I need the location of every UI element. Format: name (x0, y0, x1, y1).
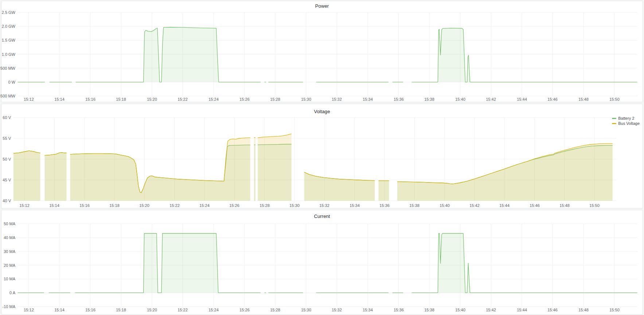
x-tick-label: 15:44 (517, 308, 527, 312)
y-tick-label: 20 MA (4, 263, 15, 268)
x-tick-label: 15:22 (177, 308, 188, 312)
x-tick-label: 15:26 (239, 308, 250, 312)
x-tick-label: 15:48 (578, 308, 589, 312)
x-tick-label: 15:32 (332, 308, 342, 312)
x-tick-label: 15:12 (19, 203, 30, 208)
x-tick-label: 15:18 (116, 308, 126, 312)
series-fill-bus-voltage (45, 153, 67, 201)
x-tick-label: 15:16 (85, 308, 95, 312)
x-tick-label: 15:34 (350, 203, 360, 208)
voltage-panel: Voltage 60 V55 V50 V45 V40 V15:1215:1415… (1, 104, 643, 208)
x-tick-label: 15:32 (319, 203, 329, 208)
x-tick-label: 15:36 (379, 203, 390, 208)
x-tick-label: 15:28 (270, 97, 280, 101)
x-tick-label: 15:26 (229, 203, 239, 208)
y-tick-label: 30 MA (4, 249, 15, 254)
x-tick-label: 15:16 (85, 97, 95, 101)
x-tick-label: 15:30 (289, 203, 300, 208)
y-tick-label: 50 V (3, 157, 11, 161)
x-tick-label: 15:24 (208, 308, 219, 312)
x-tick-label: 15:20 (147, 97, 157, 101)
x-tick-label: 15:24 (199, 203, 210, 208)
y-tick-label: 500 MW (0, 66, 15, 70)
y-tick-label: 2.0 GW (2, 24, 15, 28)
x-tick-label: 15:48 (559, 203, 570, 208)
x-tick-label: 15:18 (109, 203, 120, 208)
x-tick-label: 15:16 (79, 203, 90, 208)
x-tick-label: 15:42 (486, 308, 496, 312)
series-fill-bus-voltage (258, 134, 292, 201)
legend-label: Battery 2 (618, 116, 634, 120)
x-tick-label: 15:46 (547, 308, 558, 312)
x-tick-label: 15:20 (139, 203, 149, 208)
x-tick-label: 15:12 (24, 97, 34, 101)
y-tick-label: 1.0 GW (2, 52, 15, 57)
y-tick-label: 10 MA (4, 277, 15, 281)
x-tick-label: 15:22 (177, 97, 188, 101)
series-fill-current (412, 234, 637, 293)
x-tick-label: 15:12 (24, 308, 34, 312)
legend-item-battery-2[interactable]: Battery 2 (612, 116, 640, 120)
x-tick-label: 15:24 (208, 97, 219, 101)
x-tick-label: 15:40 (440, 203, 450, 208)
x-tick-label: 15:50 (609, 97, 620, 101)
power-chart-canvas[interactable] (1, 1, 643, 102)
y-tick-label: 1.5 GW (2, 38, 15, 42)
voltage-legend: Battery 2 Bus Voltage (612, 116, 640, 126)
series-fill-current (75, 234, 261, 293)
current-panel: Current 50 MA40 MA30 MA20 MA10 MA0 A-10 … (1, 210, 643, 315)
series-fill-bus-voltage (70, 138, 250, 201)
y-tick-label: 45 V (3, 178, 11, 182)
y-tick-label: 60 V (3, 115, 11, 120)
x-tick-label: 15:46 (530, 203, 540, 208)
x-tick-label: 15:46 (547, 97, 558, 101)
x-tick-label: 15:42 (469, 203, 480, 208)
x-tick-label: 15:20 (147, 308, 157, 312)
y-tick-label: -500 MW (0, 94, 15, 98)
x-tick-label: 15:34 (363, 308, 373, 312)
series-fill-bus-voltage (397, 143, 613, 201)
dashboard: Power 2.5 GW2.0 GW1.5 GW1.0 GW500 MW0 W-… (0, 0, 644, 315)
x-tick-label: 15:44 (517, 97, 527, 101)
series-fill-bus-voltage (379, 181, 389, 201)
x-tick-label: 15:34 (363, 97, 373, 101)
x-tick-label: 15:18 (116, 97, 126, 101)
y-tick-label: -10 MA (3, 304, 15, 309)
series-fill-bus-voltage (254, 138, 255, 201)
battery-2-swatch-icon (612, 118, 616, 119)
x-tick-label: 15:32 (332, 97, 342, 101)
x-tick-label: 15:38 (424, 308, 434, 312)
x-tick-label: 15:14 (49, 203, 59, 208)
legend-label: Bus Voltage (618, 121, 640, 126)
x-tick-label: 15:48 (578, 97, 589, 101)
y-tick-label: 40 V (3, 199, 11, 203)
x-tick-label: 15:36 (394, 308, 404, 312)
x-tick-label: 15:40 (455, 97, 465, 101)
x-tick-label: 15:30 (301, 308, 311, 312)
y-tick-label: 40 MA (4, 235, 15, 240)
legend-item-bus-voltage[interactable]: Bus Voltage (612, 121, 640, 126)
bus-voltage-swatch-icon (612, 123, 616, 124)
y-tick-label: 50 MA (4, 222, 15, 226)
current-chart-canvas[interactable] (1, 210, 643, 314)
x-tick-label: 15:44 (499, 203, 510, 208)
x-tick-label: 15:14 (54, 97, 65, 101)
x-tick-label: 15:28 (259, 203, 270, 208)
power-panel: Power 2.5 GW2.0 GW1.5 GW1.0 GW500 MW0 W-… (1, 1, 643, 102)
voltage-chart-canvas[interactable] (1, 104, 643, 208)
x-tick-label: 15:50 (609, 308, 620, 312)
x-tick-label: 15:38 (409, 203, 419, 208)
y-tick-label: 0 A (9, 291, 15, 295)
x-tick-label: 15:30 (301, 97, 311, 101)
y-tick-label: 0 W (8, 80, 15, 84)
y-tick-label: 2.5 GW (2, 10, 15, 15)
x-tick-label: 15:42 (486, 97, 496, 101)
x-tick-label: 15:14 (54, 308, 65, 312)
x-tick-label: 15:50 (589, 203, 600, 208)
series-fill-power (412, 28, 637, 82)
x-tick-label: 15:26 (239, 97, 250, 101)
x-tick-label: 15:36 (394, 97, 404, 101)
y-tick-label: 55 V (3, 136, 11, 141)
series-fill-bus-voltage (13, 151, 40, 201)
series-fill-power (76, 27, 261, 82)
